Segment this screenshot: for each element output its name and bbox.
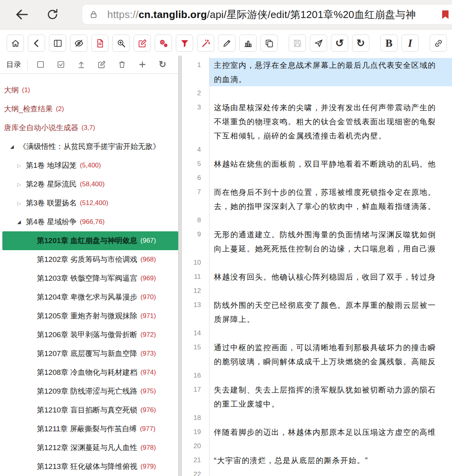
- editor-paragraph[interactable]: 15通过中枢的监控画面，可以清晰地看到那极具破坏力的撞击瞬的脆弱玻璃，瞬间解体成…: [182, 340, 452, 369]
- redo-button[interactable]: ↻: [352, 35, 369, 52]
- home-button[interactable]: [7, 35, 24, 52]
- editor-paragraph[interactable]: 17失去建制、失去上层指挥的溃军舰队犹如被切断动力源的陨石的重工业废墟中。: [182, 383, 452, 411]
- editor-paragraph[interactable]: 7而在他身后不到十步的位置，苏瑶被维度死锁指令定在原地。去，她的指甲深深刺入了掌…: [182, 185, 452, 213]
- undo-button[interactable]: ↺: [331, 35, 348, 52]
- editor-paragraph[interactable]: 21“大宇宙的溃烂，总是从底层的厮杀开始。”: [182, 453, 452, 467]
- editor-paragraph[interactable]: 8: [182, 213, 452, 227]
- tree-item-count: (512,400): [80, 199, 108, 207]
- delete-button[interactable]: [113, 58, 130, 72]
- add-icon: [138, 60, 147, 69]
- hide-preview-button[interactable]: [70, 35, 87, 52]
- tree-item[interactable]: 第1204章 卑微乞求与风暴漫步(970): [0, 288, 178, 307]
- browser-back-button[interactable]: [13, 6, 31, 23]
- editor-paragraph[interactable]: 10: [182, 256, 452, 270]
- save-button[interactable]: [289, 35, 306, 52]
- tree-item[interactable]: 第1203章 铁骸空降与军阀逼宫(969): [0, 269, 178, 288]
- tree-item[interactable]: ▷第2卷 星际流民(58,400): [0, 175, 178, 194]
- export-button[interactable]: [72, 58, 90, 72]
- editor-paragraph[interactable]: 2: [182, 86, 452, 100]
- italic-button[interactable]: I: [401, 35, 419, 52]
- select-button[interactable]: [32, 58, 49, 72]
- toolbar-group: [7, 35, 278, 52]
- address-bar[interactable]: https://cn.tanglib.org/api/星际游侠/edit/第12…: [82, 5, 452, 24]
- line-number: 2: [182, 86, 209, 100]
- editor-paragraph[interactable]: 11林越没有回头。他确认核心阵列稳固后，收回了双手，转过身: [182, 270, 452, 284]
- text-line: [209, 171, 452, 185]
- line-number: 13: [182, 298, 209, 312]
- document-button[interactable]: [91, 35, 108, 52]
- bold-button[interactable]: B: [380, 35, 398, 52]
- tree-item[interactable]: 第1212章 深渊蔓延与凡人血性(978): [0, 438, 178, 457]
- expand-icon[interactable]: ▷: [17, 163, 26, 168]
- pen-button[interactable]: [218, 35, 235, 52]
- paragraph-text: “大宇宙的溃烂，总是从底层的厮杀开始。”: [209, 453, 452, 467]
- collapse-icon[interactable]: ◢: [10, 144, 19, 149]
- tree-item[interactable]: 第1201章 血红崩盘与神明敛息(967): [2, 231, 178, 250]
- columns-button[interactable]: [49, 35, 66, 52]
- tree-item[interactable]: 第1209章 防线滞涩与死亡线路(975): [0, 382, 178, 401]
- back-button[interactable]: [28, 35, 45, 52]
- tree-item[interactable]: 第1208章 冷血物化与耗材建档(974): [0, 363, 178, 382]
- tree-item[interactable]: ▷第3卷 联盟扬名(512,400): [0, 194, 178, 213]
- editor-paragraph[interactable]: 13防线外围的天空已经彻底变了颜色。原本厚重的酸雨云层被一质屏障上。: [182, 298, 452, 326]
- expand-icon[interactable]: ▷: [17, 182, 26, 187]
- tree-item[interactable]: ◢第4卷 星域纷争(966,76): [0, 213, 178, 231]
- toc-title[interactable]: 目录: [6, 59, 28, 70]
- edit-square-icon: [137, 38, 147, 48]
- text-line: [209, 213, 452, 227]
- text-line: 通过中枢的监控画面，可以清晰地看到那极具破坏力的撞击瞬: [209, 340, 452, 354]
- editor-paragraph[interactable]: 20: [182, 439, 452, 453]
- settings-button[interactable]: [155, 35, 172, 52]
- editor-paragraph[interactable]: 3这场由星核深处传来的尖啸，并没有发出任何声带震动产生的不堪重负的物理哀鸣。粗大…: [182, 100, 452, 143]
- collapse-icon[interactable]: ◢: [17, 220, 26, 224]
- extension-icon[interactable]: [439, 9, 451, 20]
- paragraph-text: 防线外围的天空已经彻底变了颜色。原本厚重的酸雨云层被一质屏障上。: [209, 298, 452, 326]
- text-line: “大宇宙的溃烂，总是从底层的厮杀开始。”: [209, 453, 452, 467]
- tree-item[interactable]: 第1206章 装甲剥落与傲骨折断(972): [0, 325, 178, 344]
- text-line: 去，她的指甲深深刺入了掌心的软肉中，鲜血顺着指缝滴落。: [209, 199, 452, 213]
- tree-item-count: (969): [141, 274, 156, 282]
- editor-paragraph[interactable]: 18: [182, 411, 452, 425]
- editor-paragraph[interactable]: 14: [182, 326, 452, 340]
- tree-item[interactable]: ▷第1卷 地球囚笼(5,400): [0, 156, 178, 175]
- editor-paragraph[interactable]: 22: [182, 467, 452, 476]
- tree-item[interactable]: 第1211章 屏蔽撕裂与作茧自缚(977): [0, 420, 178, 438]
- line-number: 15: [182, 340, 209, 354]
- add-button[interactable]: [134, 58, 151, 72]
- expand-icon[interactable]: ▷: [17, 201, 26, 206]
- editor-paragraph[interactable]: 1主控室内，悬浮在全息战术屏幕上的最后几点代表安全区域的的血滴。: [182, 58, 452, 86]
- tree-item[interactable]: 第1202章 劣质筹码与市侩调戏(968): [0, 250, 178, 269]
- bold-icon: B: [385, 38, 392, 49]
- browser-reload-button[interactable]: [44, 6, 61, 23]
- pane-splitter[interactable]: [178, 56, 182, 476]
- editor-paragraph[interactable]: 19伴随着脚步的迈出，林越体内那原本足以压塌这方虚空的高维: [182, 425, 452, 439]
- editor-paragraph[interactable]: 9无形的通道建立。防线外围海量的负面情绪与深渊反噬犹如倒向上蔓延。她死死抵住控制…: [182, 227, 452, 256]
- tree-item[interactable]: 第1207章 底层覆写与新血空降(973): [0, 344, 178, 363]
- tree-item[interactable]: 唐库全自动小说生成器(3,7): [0, 118, 178, 137]
- tree-item[interactable]: 大纲_检查结果(2): [0, 100, 178, 118]
- tree-item[interactable]: ◢《满级悟性：从贫民窟手搓宇宙开始无敌》: [0, 137, 178, 156]
- tree-item[interactable]: 第1213章 狂化破体与降维俯视(979): [0, 457, 178, 476]
- editor-paragraph[interactable]: 5林越站在烧焦的面板前，双目平静地看着不断跳动的乱码。他: [182, 157, 452, 171]
- zoom-button[interactable]: [112, 35, 130, 52]
- editor-paragraph[interactable]: 12: [182, 284, 452, 298]
- copy-button[interactable]: [260, 35, 278, 52]
- editor-paragraph[interactable]: 4: [182, 143, 452, 157]
- magic-button[interactable]: [197, 35, 214, 52]
- editor-paragraph[interactable]: 16: [182, 369, 452, 383]
- url-path: /api/星际游侠/edit/第1201章%20血红崩盘与神: [207, 9, 416, 20]
- tree-item[interactable]: 大纲(1): [0, 81, 178, 100]
- editor[interactable]: 1主控室内，悬浮在全息战术屏幕上的最后几点代表安全区域的的血滴。23这场由星核深…: [182, 56, 452, 476]
- editor-paragraph[interactable]: 6: [182, 171, 452, 185]
- refresh-button[interactable]: ↻: [154, 58, 171, 72]
- stats-button[interactable]: [239, 35, 257, 52]
- edit-button[interactable]: [134, 35, 151, 52]
- rename-button[interactable]: [93, 58, 110, 72]
- multi-select-button[interactable]: [52, 58, 69, 72]
- filter-button[interactable]: [176, 35, 193, 52]
- tree-item[interactable]: 第1205章 重炮齐射与微观抹除(971): [0, 307, 178, 325]
- line-number: 14: [182, 326, 209, 340]
- send-button[interactable]: [310, 35, 327, 52]
- link-button[interactable]: [430, 35, 447, 52]
- tree-item[interactable]: 第1210章 盲目掐断与真空死锁(976): [0, 401, 178, 420]
